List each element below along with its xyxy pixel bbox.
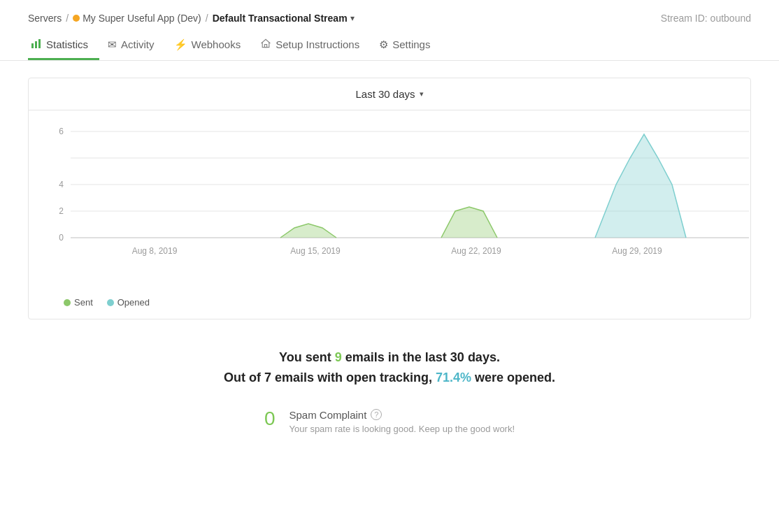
tab-statistics-label: Statistics bbox=[46, 38, 88, 50]
settings-icon: ⚙ bbox=[379, 38, 388, 51]
spam-info-icon[interactable]: ? bbox=[371, 409, 382, 420]
legend-sent-label: Sent bbox=[74, 297, 93, 308]
date-range-label: Last 30 days bbox=[355, 88, 415, 100]
svg-text:Aug 29, 2019: Aug 29, 2019 bbox=[612, 246, 662, 256]
activity-icon: ✉ bbox=[108, 38, 117, 51]
tab-statistics[interactable]: Statistics bbox=[28, 32, 99, 60]
statistics-chart: 6 4 2 0 Aug 8, 2019 Aug 15, 2019 Aug 22,… bbox=[43, 124, 756, 285]
stats-line1-suffix: emails in the last 30 days. bbox=[342, 350, 500, 364]
date-range-dropdown-icon: ▾ bbox=[420, 89, 424, 99]
stats-open-rate: 71.4% bbox=[436, 371, 471, 384]
legend-sent-dot bbox=[64, 299, 71, 306]
svg-text:Aug 15, 2019: Aug 15, 2019 bbox=[290, 246, 341, 256]
svg-text:6: 6 bbox=[59, 127, 64, 136]
chart-area: 6 4 2 0 Aug 8, 2019 Aug 15, 2019 Aug 22,… bbox=[29, 110, 750, 294]
stats-line2-prefix: Out of 7 emails with open tracking, bbox=[224, 371, 436, 384]
tab-activity-label: Activity bbox=[121, 38, 155, 50]
breadcrumb-sep-1: / bbox=[66, 13, 69, 24]
svg-text:0: 0 bbox=[59, 233, 64, 243]
breadcrumb: Servers / My Super Useful App (Dev) / De… bbox=[0, 0, 779, 24]
svg-rect-3 bbox=[265, 45, 267, 48]
tab-webhooks-label: Webhooks bbox=[192, 38, 241, 50]
spam-complaint-section: 0 Spam Complaint ? Your spam rate is loo… bbox=[28, 402, 751, 455]
spam-complaint-count: 0 bbox=[264, 409, 276, 429]
svg-text:Aug 8, 2019: Aug 8, 2019 bbox=[132, 246, 178, 256]
legend-sent: Sent bbox=[64, 297, 93, 308]
spam-complaint-title-text: Spam Complaint bbox=[290, 409, 367, 421]
breadcrumb-sep-2: / bbox=[206, 13, 208, 24]
tab-nav: Statistics ✉ Activity ⚡ Webhooks Setup I… bbox=[0, 24, 779, 61]
svg-rect-0 bbox=[31, 43, 34, 48]
spam-complaint-title-row: Spam Complaint ? bbox=[290, 409, 515, 421]
tab-setup-label: Setup Instructions bbox=[276, 38, 359, 50]
breadcrumb-stream: Default Transactional Stream bbox=[213, 13, 348, 24]
app-status-dot bbox=[73, 15, 80, 22]
stats-line2-suffix: were opened. bbox=[471, 371, 555, 384]
spam-complaint-description: Your spam rate is looking good. Keep up … bbox=[290, 424, 515, 434]
legend-opened-dot bbox=[107, 299, 114, 306]
setup-icon bbox=[260, 38, 271, 51]
svg-rect-1 bbox=[35, 41, 37, 48]
stats-line1-prefix: You sent bbox=[279, 350, 335, 364]
svg-text:4: 4 bbox=[59, 180, 64, 189]
tab-activity[interactable]: ✉ Activity bbox=[105, 33, 166, 60]
breadcrumb-app[interactable]: My Super Useful App (Dev) bbox=[83, 13, 201, 24]
date-range-button[interactable]: Last 30 days ▾ bbox=[355, 88, 423, 100]
svg-text:Aug 22, 2019: Aug 22, 2019 bbox=[451, 246, 501, 256]
svg-text:2: 2 bbox=[59, 206, 64, 216]
svg-rect-2 bbox=[38, 39, 41, 48]
spam-complaint-info: Spam Complaint ? Your spam rate is looki… bbox=[290, 409, 515, 434]
chart-card: Last 30 days ▾ 6 4 2 0 Aug 8, bbox=[28, 78, 751, 319]
legend-opened: Opened bbox=[107, 297, 150, 308]
tab-settings[interactable]: ⚙ Settings bbox=[376, 33, 441, 60]
statistics-icon bbox=[31, 38, 42, 51]
chart-header: Last 30 days ▾ bbox=[29, 78, 750, 110]
stats-emails-sent: 9 bbox=[335, 350, 342, 364]
stats-summary: You sent 9 emails in the last 30 days. O… bbox=[28, 340, 751, 402]
tab-settings-label: Settings bbox=[392, 38, 430, 50]
stream-dropdown-trigger[interactable]: ▾ bbox=[350, 13, 355, 23]
tab-setup-instructions[interactable]: Setup Instructions bbox=[257, 32, 371, 60]
stream-id-label: Stream ID: outbound bbox=[661, 13, 751, 24]
stats-line-2: Out of 7 emails with open tracking, 71.4… bbox=[56, 368, 723, 388]
svg-marker-18 bbox=[280, 224, 336, 238]
tab-webhooks[interactable]: ⚡ Webhooks bbox=[171, 33, 252, 60]
legend-opened-label: Opened bbox=[117, 297, 150, 308]
main-content: Last 30 days ▾ 6 4 2 0 Aug 8, bbox=[0, 61, 779, 472]
webhooks-icon: ⚡ bbox=[174, 38, 187, 51]
stats-line-1: You sent 9 emails in the last 30 days. bbox=[56, 347, 723, 368]
chart-legend: Sent Opened bbox=[29, 294, 750, 319]
breadcrumb-servers[interactable]: Servers bbox=[28, 13, 62, 24]
